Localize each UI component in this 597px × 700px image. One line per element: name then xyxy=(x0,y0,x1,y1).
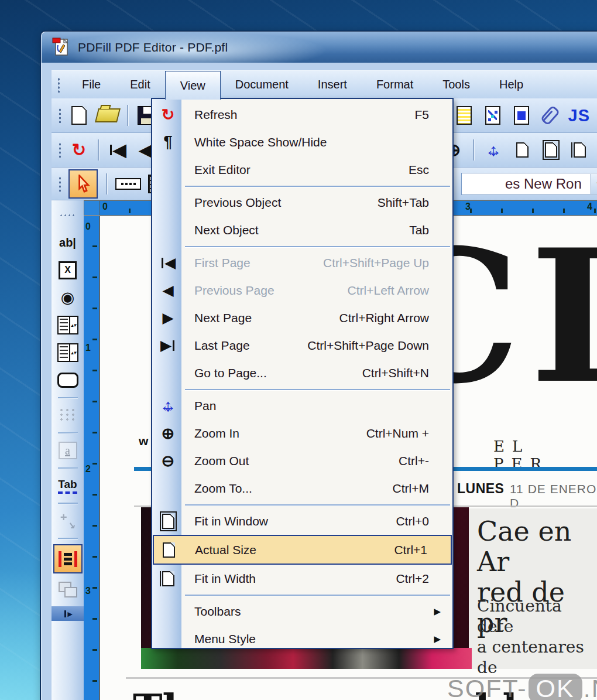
watermark-text: .NET xyxy=(584,674,597,700)
grid-dots-icon xyxy=(59,408,77,423)
menubar: FileEditViewDocumentInsertFormatToolsHel… xyxy=(52,70,597,99)
menu-item-first-page[interactable]: ◀First PageCtrl+Shift+Page Up xyxy=(152,249,452,276)
menu-item-shortcut: Ctrl+Num + xyxy=(366,426,452,441)
menu-separator xyxy=(152,592,452,597)
app-icon xyxy=(52,37,71,57)
font-dropdown-button[interactable]: ▼ xyxy=(591,174,597,194)
menu-item-white-space-show-hide[interactable]: ¶White Space Show/Hide xyxy=(152,128,452,156)
attachment-button[interactable] xyxy=(540,103,561,128)
checkbox-tool-button[interactable]: X xyxy=(59,258,77,282)
fit-width-button[interactable] xyxy=(569,137,590,163)
menu-document[interactable]: Document xyxy=(221,71,303,98)
menu-item-zoom-out[interactable]: ⊖Zoom OutCtrl+- xyxy=(152,447,452,474)
button-tool-button[interactable] xyxy=(57,368,78,392)
menu-item-pan[interactable]: ↔↕Pan xyxy=(152,392,452,419)
menu-item-icon-slot: ↻ xyxy=(153,105,183,124)
menu-format[interactable]: Format xyxy=(362,71,428,98)
submenu-arrow-icon: ▶ xyxy=(434,606,452,617)
text-comment-button[interactable] xyxy=(454,103,475,128)
menu-item-zoom-to[interactable]: Zoom To...Ctrl+M xyxy=(152,474,452,502)
menu-item-icon-slot: ▶ xyxy=(153,309,183,326)
watermark: SOFT- OK .NET xyxy=(447,674,597,700)
menu-view[interactable]: View xyxy=(165,71,221,100)
copy-tool-button[interactable] xyxy=(59,578,77,601)
radio-tool-button[interactable]: ◉ xyxy=(61,286,75,309)
menu-item-refresh[interactable]: ↻RefreshF5 xyxy=(152,101,452,128)
pilcrow-icon: ¶ xyxy=(163,133,172,151)
page-button[interactable] xyxy=(512,137,533,163)
js-button[interactable]: JS xyxy=(568,103,590,128)
menu-item-label: Actual Size xyxy=(195,543,256,557)
form-fields-tool-button[interactable] xyxy=(53,544,83,573)
side-toolbar-separator xyxy=(58,467,78,469)
menu-item-last-page[interactable]: ▶Last PageCtrl+Shift+Page Down xyxy=(152,332,452,359)
open-button[interactable] xyxy=(97,103,119,128)
image-document-button[interactable] xyxy=(511,103,532,128)
menu-item-icon-slot: ◀ xyxy=(153,254,183,271)
submenu-arrow-icon: ▶ xyxy=(434,634,452,644)
first-page-button[interactable]: ◀ xyxy=(107,137,128,163)
menu-item-fit-in-width[interactable]: Fit in WidthCtrl+2 xyxy=(152,565,452,592)
select-tool-button[interactable] xyxy=(68,169,98,199)
combobox-tool-icon: ▴▾ xyxy=(57,316,78,334)
menu-help[interactable]: Help xyxy=(485,71,538,98)
text-box-tool-button[interactable]: a xyxy=(59,439,77,462)
toolbar-grip-icon[interactable] xyxy=(59,142,61,158)
titlebar[interactable]: PDFill PDF Editor - PDF.pfl xyxy=(42,32,597,63)
menu-item-label: Zoom To... xyxy=(194,482,252,496)
menu-item-label: Fit in Window xyxy=(194,514,268,528)
grid-dots-button[interactable] xyxy=(59,404,77,427)
menu-item-label: Pan xyxy=(194,399,216,413)
menu-item-fit-in-window[interactable]: Fit in WindowCtrl+0 xyxy=(152,507,452,535)
add-arrow-tool-button[interactable]: +↘ xyxy=(59,509,77,532)
ruler-number: 2 xyxy=(85,464,91,474)
menu-item-exit-editor[interactable]: Exit EditorEsc xyxy=(152,156,452,183)
side-toolbar-separator xyxy=(58,538,78,539)
menu-edit[interactable]: Edit xyxy=(115,71,164,98)
menu-item-label: Toolbars xyxy=(194,605,241,619)
tab-tool-button[interactable]: Tab xyxy=(58,474,77,497)
text-box-tool-icon: a xyxy=(59,442,77,459)
path-document-button[interactable] xyxy=(482,103,503,128)
menu-separator xyxy=(152,244,452,249)
fit-page-icon xyxy=(545,142,557,158)
menu-item-previous-page[interactable]: ◀Previous PageCtrl+Left Arrow xyxy=(152,276,452,304)
first-page-icon: ◀ xyxy=(160,254,176,271)
pan-button[interactable]: ↔↕ xyxy=(483,137,504,163)
menu-item-next-page[interactable]: ▶Next PageCtrl+Right Arrow xyxy=(152,304,452,332)
combobox-tool-button[interactable]: ▴▾ xyxy=(57,313,78,337)
overflow-arrow-button[interactable]: ▸ xyxy=(52,606,84,621)
text-field-button[interactable] xyxy=(115,171,141,197)
new-document-button[interactable] xyxy=(68,103,90,128)
checkbox-tool-icon: X xyxy=(59,261,77,279)
ruler-number: 1 xyxy=(85,343,91,353)
font-name-select[interactable]: es New Ron ▼ xyxy=(461,173,597,195)
toolbar-grip-icon[interactable] xyxy=(59,176,61,192)
menu-item-icon-slot xyxy=(154,542,183,558)
menu-item-label: Previous Page xyxy=(194,284,275,298)
menu-item-previous-object[interactable]: Previous ObjectShift+Tab xyxy=(152,189,452,216)
menu-file[interactable]: File xyxy=(67,71,115,98)
tab-tool-icon: Tab xyxy=(58,478,77,494)
menu-item-zoom-in[interactable]: ⊕Zoom InCtrl+Num + xyxy=(152,419,452,447)
font-name-value: es New Ron xyxy=(462,176,591,192)
ruler-number: 3 xyxy=(465,202,471,212)
menu-item-actual-size[interactable]: Actual SizeCtrl+1 xyxy=(153,535,452,565)
menu-item-toolbars[interactable]: Toolbars▶ xyxy=(152,597,452,625)
toolbar-grip-icon[interactable] xyxy=(57,77,60,93)
listbox-tool-button[interactable]: ▴▾ xyxy=(57,341,78,364)
grip-dots-button[interactable] xyxy=(59,203,77,227)
text-field-tool-button[interactable]: ab| xyxy=(59,231,76,254)
menu-item-go-to-page[interactable]: Go to Page...Ctrl+Shift+N xyxy=(152,359,452,387)
menu-insert[interactable]: Insert xyxy=(303,71,362,98)
menu-item-shortcut: F5 xyxy=(414,108,452,122)
menu-item-next-object[interactable]: Next ObjectTab xyxy=(152,216,452,244)
menu-item-icon-slot: ¶ xyxy=(153,133,183,151)
menu-item-shortcut: Tab xyxy=(409,223,452,237)
refresh-button[interactable]: ↻ xyxy=(68,137,90,163)
menu-tools[interactable]: Tools xyxy=(428,71,485,98)
menu-item-menu-style[interactable]: Menu Style▶ xyxy=(152,625,452,653)
fit-page-button[interactable] xyxy=(540,137,561,163)
menu-item-shortcut: Ctrl+Right Arrow xyxy=(339,311,452,325)
toolbar-grip-icon[interactable] xyxy=(59,108,61,123)
